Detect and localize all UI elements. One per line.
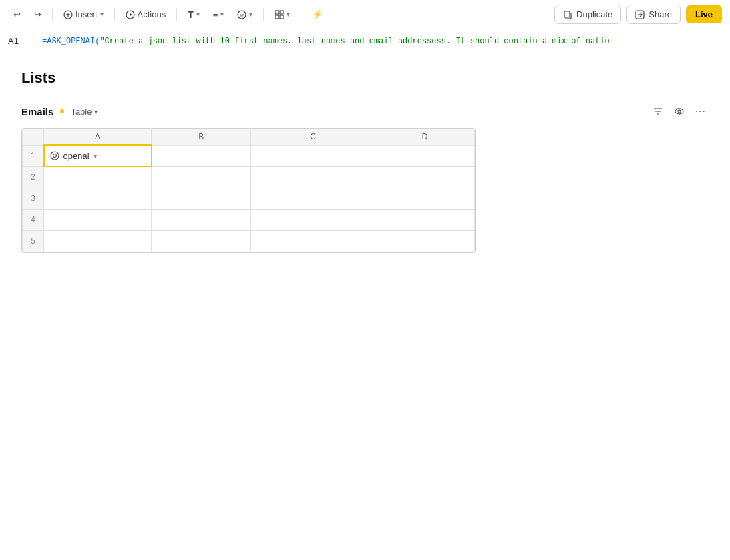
lightning-icon: ⚡: [312, 9, 323, 19]
live-button[interactable]: Live: [686, 5, 722, 23]
table-view-chevron: ▾: [94, 108, 98, 115]
text-chevron-icon: ▾: [196, 11, 200, 18]
spreadsheet: A B C D 1: [21, 128, 476, 253]
cell-c3[interactable]: [251, 188, 375, 209]
cell-d4[interactable]: [375, 209, 475, 230]
sheet-table: A B C D 1: [22, 129, 475, 252]
actions-button[interactable]: Actions: [120, 7, 172, 22]
table-header-left: Emails Table ▾: [21, 106, 98, 117]
insert-button[interactable]: Insert ▾: [58, 7, 109, 22]
cell-a3[interactable]: [44, 188, 152, 209]
cell-b4[interactable]: [152, 209, 251, 230]
cell-c4[interactable]: [251, 209, 375, 230]
svg-marker-4: [130, 13, 132, 16]
cell-c2[interactable]: [251, 166, 375, 188]
undo-button[interactable]: ↩: [8, 7, 26, 22]
actions-icon: [126, 10, 135, 19]
filter-icon: [653, 106, 663, 117]
cell-dropdown-arrow[interactable]: ▾: [94, 152, 97, 160]
row-num-3: 3: [23, 188, 44, 209]
formula-content: =ASK_OPENAI("Create a json list with 10 …: [42, 37, 722, 46]
palette-icon: [237, 10, 246, 19]
table-name: Emails: [21, 106, 53, 117]
svg-point-20: [53, 154, 56, 158]
cell-b5[interactable]: [152, 230, 251, 252]
layout-chevron-icon: ▾: [287, 11, 290, 18]
table-section: Emails Table ▾: [21, 103, 709, 255]
redo-icon: ↪: [34, 9, 41, 19]
table-row: 5: [23, 230, 475, 252]
duplicate-icon: [563, 10, 572, 19]
formula-bar: A1 =ASK_OPENAI("Create a json list with …: [0, 29, 730, 53]
cell-d1[interactable]: [375, 145, 475, 166]
table-row: 1 openai ▾: [23, 145, 475, 166]
text-format-icon: T: [188, 9, 194, 20]
row-num-1: 1: [23, 145, 44, 166]
col-header-c[interactable]: C: [251, 129, 375, 146]
col-header-a[interactable]: A: [44, 129, 152, 146]
svg-rect-8: [275, 15, 279, 19]
cell-d2[interactable]: [375, 166, 475, 188]
cell-d3[interactable]: [375, 188, 475, 209]
table-row: 3: [23, 188, 475, 209]
col-header-row-num: [23, 129, 44, 146]
openai-cell-icon: [50, 151, 59, 160]
cell-c5[interactable]: [251, 230, 375, 252]
col-header-d[interactable]: D: [375, 129, 475, 146]
cell-b2[interactable]: [152, 166, 251, 188]
eye-button[interactable]: [671, 103, 687, 119]
divider-3: [176, 8, 177, 21]
align-button[interactable]: ≡ ▾: [208, 7, 230, 22]
row-num-5: 5: [23, 230, 44, 252]
cell-a4[interactable]: [44, 209, 152, 230]
cell-d5[interactable]: [375, 230, 475, 252]
table-header: Emails Table ▾: [21, 103, 709, 120]
col-header-b[interactable]: B: [152, 129, 251, 146]
insert-label: Insert: [75, 9, 98, 19]
page-title: Lists: [21, 69, 709, 87]
live-label: Live: [695, 9, 713, 19]
insert-chevron-icon: ▾: [100, 11, 104, 18]
actions-label: Actions: [138, 9, 166, 19]
formula-func: =ASK_OPENAI(: [42, 37, 100, 46]
svg-rect-6: [275, 11, 279, 14]
cell-a2[interactable]: [44, 166, 152, 188]
lightning-button[interactable]: ⚡: [307, 7, 328, 22]
svg-rect-7: [280, 11, 283, 14]
row-num-2: 2: [23, 166, 44, 188]
toolbar: ↩ ↪ Insert ▾ Actions T ▾ ≡ ▾ ▾: [0, 0, 730, 29]
insert-icon: [63, 10, 73, 19]
cell-b3[interactable]: [152, 188, 251, 209]
table-view-button[interactable]: Table ▾: [71, 107, 98, 117]
divider-5: [301, 8, 301, 21]
cell-a5[interactable]: [44, 230, 152, 252]
duplicate-button[interactable]: Duplicate: [554, 5, 621, 24]
svg-rect-11: [564, 11, 570, 17]
cell-a1[interactable]: openai ▾: [44, 145, 152, 166]
duplicate-label: Duplicate: [576, 9, 612, 19]
cell-c1[interactable]: [251, 145, 375, 166]
text-format-button[interactable]: T ▾: [182, 7, 205, 23]
table-status-dot: [60, 109, 64, 113]
divider-1: [52, 8, 53, 21]
table-row: 2: [23, 166, 475, 188]
redo-button[interactable]: ↪: [29, 7, 47, 22]
svg-point-18: [678, 110, 681, 113]
divider-2: [114, 8, 115, 21]
eye-icon: [674, 106, 685, 117]
cell-reference: A1: [8, 36, 28, 46]
layout-button[interactable]: ▾: [269, 7, 295, 22]
palette-button[interactable]: ▾: [232, 7, 258, 22]
share-button[interactable]: Share: [626, 5, 681, 24]
svg-point-17: [675, 109, 683, 114]
row-num-4: 4: [23, 209, 44, 230]
more-options-icon: ···: [695, 105, 706, 117]
filter-button[interactable]: [650, 103, 666, 119]
svg-point-19: [51, 152, 59, 160]
more-options-button[interactable]: ···: [693, 103, 709, 120]
cell-a1-content: openai ▾: [50, 151, 146, 161]
palette-chevron-icon: ▾: [249, 11, 252, 18]
share-label: Share: [649, 9, 672, 19]
cell-a1-text: openai: [63, 151, 89, 161]
cell-b1[interactable]: [152, 145, 251, 166]
